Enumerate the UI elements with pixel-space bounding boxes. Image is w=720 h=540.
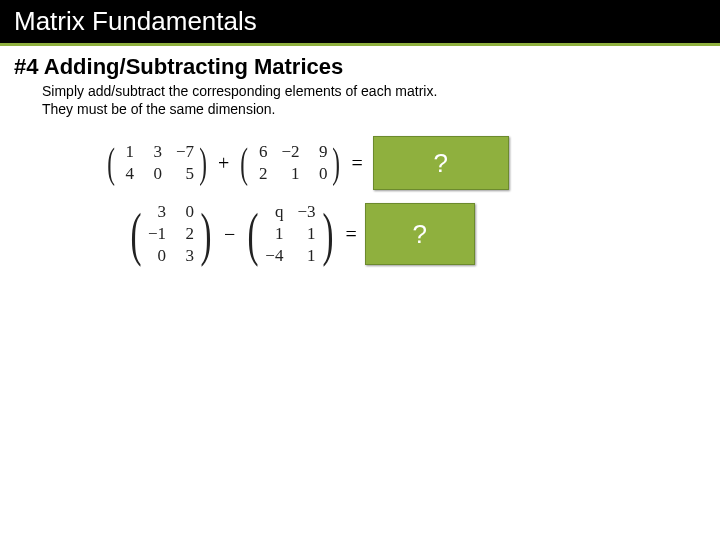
matrix-1b: ( 6−29 210 ): [237, 140, 343, 186]
left-paren-icon: (: [107, 140, 115, 186]
desc-line-2: They must be of the same dimension.: [42, 101, 275, 117]
cell: 1: [285, 164, 299, 184]
matrix-cells: q−3 11 −41: [263, 200, 317, 268]
cell: 1: [269, 224, 283, 244]
header-bar: Matrix Fundamentals: [0, 0, 720, 43]
answer-placeholder: ?: [413, 219, 427, 250]
page-title: Matrix Fundamentals: [14, 6, 706, 37]
matrix-cells: 6−29 210: [251, 140, 329, 186]
cell: 5: [180, 164, 194, 184]
cell: 3: [152, 202, 166, 222]
right-paren-icon: ): [201, 200, 212, 268]
answer-placeholder: ?: [434, 148, 448, 179]
cell: 1: [302, 224, 316, 244]
cell: 3: [180, 246, 194, 266]
matrix-cells: 30 −12 03: [146, 200, 196, 268]
cell: −7: [176, 142, 194, 162]
matrix-1a: ( 13−7 405 ): [104, 140, 210, 186]
cell: 1: [120, 142, 134, 162]
cell: 2: [253, 164, 267, 184]
left-paren-icon: (: [241, 140, 249, 186]
equations-area: ( 13−7 405 ) + ( 6−29 210 ) = ?: [104, 136, 706, 268]
equals-sign: =: [346, 223, 357, 246]
cell: 6: [253, 142, 267, 162]
cell: 0: [180, 202, 194, 222]
right-paren-icon: ): [333, 140, 341, 186]
left-paren-icon: (: [130, 200, 141, 268]
right-paren-icon: ): [322, 200, 333, 268]
cell: −1: [148, 224, 166, 244]
section-description: Simply add/subtract the corresponding el…: [42, 82, 706, 118]
cell: 0: [148, 164, 162, 184]
cell: −2: [281, 142, 299, 162]
equation-row-2: ( 30 −12 03 ) − ( q−3 11 −41 ) =: [126, 200, 706, 268]
plus-operator: +: [218, 152, 229, 175]
matrix-2b: ( q−3 11 −41 ): [243, 200, 337, 268]
desc-line-1: Simply add/subtract the corresponding el…: [42, 83, 437, 99]
cell: 0: [152, 246, 166, 266]
left-paren-icon: (: [248, 200, 259, 268]
cell: −4: [265, 246, 283, 266]
answer-box-2[interactable]: ?: [365, 203, 475, 265]
cell: q: [269, 202, 283, 222]
matrix-cells: 13−7 405: [118, 140, 196, 186]
minus-operator: −: [224, 223, 235, 246]
right-paren-icon: ): [199, 140, 207, 186]
cell: 0: [313, 164, 327, 184]
equals-sign: =: [351, 152, 362, 175]
equation-row-1: ( 13−7 405 ) + ( 6−29 210 ) = ?: [104, 136, 706, 190]
cell: −3: [297, 202, 315, 222]
section-heading: #4 Adding/Subtracting Matrices: [14, 54, 706, 80]
cell: 4: [120, 164, 134, 184]
matrix-2a: ( 30 −12 03 ): [126, 200, 216, 268]
cell: 1: [302, 246, 316, 266]
content-area: #4 Adding/Subtracting Matrices Simply ad…: [0, 46, 720, 268]
cell: 3: [148, 142, 162, 162]
cell: 9: [313, 142, 327, 162]
cell: 2: [180, 224, 194, 244]
answer-box-1[interactable]: ?: [373, 136, 509, 190]
